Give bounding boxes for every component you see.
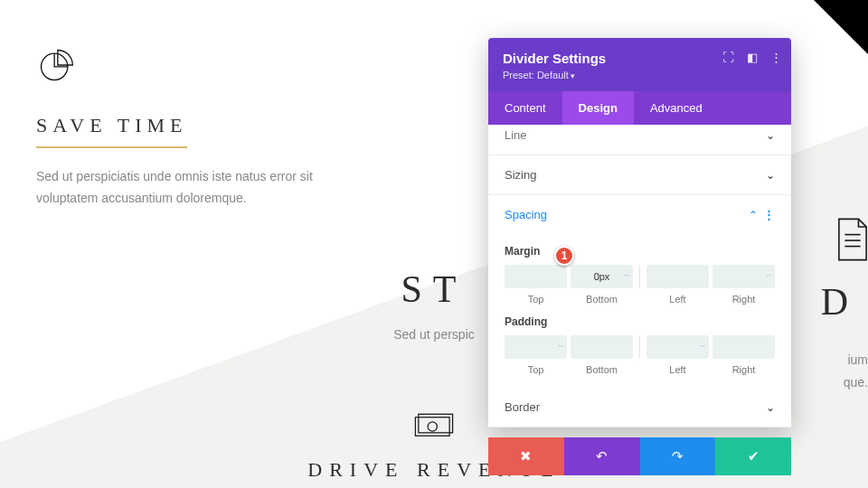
margin-left-input[interactable]	[646, 265, 709, 288]
margin-right-input[interactable]	[712, 265, 775, 288]
chevron-down-icon: ⌄	[766, 401, 775, 414]
panel-header[interactable]: Divider Settings Preset: Default ⛶ ◧ ⋮	[488, 38, 791, 91]
chevron-down-icon: ⌄	[766, 169, 775, 182]
expand-icon[interactable]: ⛶	[722, 51, 734, 64]
padding-left-input[interactable]	[646, 335, 709, 359]
kebab-icon[interactable]: ⋮	[770, 51, 782, 64]
callout-badge-1: 1	[554, 246, 574, 266]
chevron-up-icon: ⌃	[749, 209, 758, 221]
section-spacing[interactable]: Spacing ⌃⋮	[488, 195, 791, 234]
margin-label: Margin	[505, 245, 775, 258]
center-title-tail: D	[821, 280, 859, 324]
document-icon	[833, 215, 868, 267]
padding-right-input[interactable]	[712, 335, 775, 359]
feature-body: Sed ut perspiciatis unde omnis iste natu…	[36, 166, 353, 210]
feature-title: SAVE TIME	[36, 114, 187, 148]
corner-fold	[814, 0, 868, 54]
padding-bottom-input[interactable]	[571, 335, 633, 359]
save-button[interactable]: ✔	[715, 437, 791, 475]
padding-label: Padding	[505, 315, 775, 328]
cancel-button[interactable]: ✖	[488, 437, 564, 475]
center-sub-tail: iumque.	[844, 349, 868, 394]
kebab-icon[interactable]: ⋮	[763, 208, 775, 221]
section-border[interactable]: Border⌄	[488, 388, 791, 427]
tab-content[interactable]: Content	[488, 91, 562, 125]
settings-panel: Divider Settings Preset: Default ⛶ ◧ ⋮ C…	[488, 38, 791, 427]
preset-dropdown[interactable]: Preset: Default	[503, 70, 777, 80]
margin-top-input[interactable]	[505, 265, 567, 288]
svg-point-5	[428, 422, 437, 431]
margin-bottom-input[interactable]	[571, 265, 633, 288]
redo-button[interactable]: ↷	[640, 437, 716, 475]
tab-advanced[interactable]: Advanced	[634, 91, 719, 125]
section-sizing[interactable]: Sizing⌄	[488, 155, 791, 195]
chevron-down-icon: ⌄	[766, 129, 775, 142]
section-line[interactable]: Line⌄	[488, 125, 791, 155]
dock-icon[interactable]: ◧	[747, 51, 758, 64]
padding-top-input[interactable]	[505, 335, 567, 359]
undo-button[interactable]: ↶	[564, 437, 640, 475]
tab-design[interactable]: Design	[562, 91, 634, 125]
